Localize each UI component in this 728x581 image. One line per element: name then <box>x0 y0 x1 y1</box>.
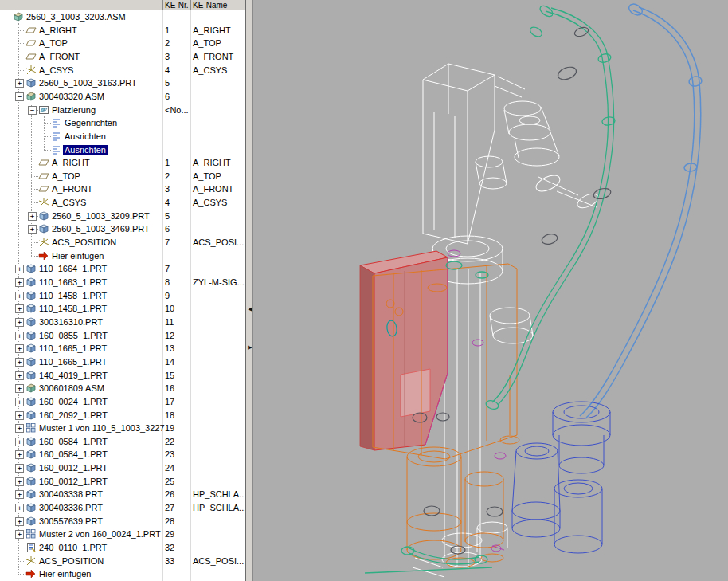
tree-item-label[interactable]: ACS_POSITION <box>37 556 105 566</box>
tree-row[interactable]: +300403338.PRT26HP_SCHLA... <box>0 488 245 501</box>
tree-item-label[interactable]: A_FRONT <box>37 52 81 61</box>
tree-row[interactable]: A_CSYS4A_CSYS <box>0 196 245 210</box>
expand-icon[interactable]: + <box>15 344 24 353</box>
tree-row[interactable]: A_TOP2A_TOP <box>0 170 245 183</box>
wireframe-blue-cylinders[interactable] <box>512 402 610 553</box>
tree-item-label[interactable]: 2560_5_1003_3163.PRT <box>37 78 139 88</box>
tree-item-label[interactable]: 300403338.PRT <box>37 489 104 499</box>
tree-row[interactable]: +110_1458_1.PRT9 <box>0 289 245 303</box>
tree-row[interactable]: +110_1664_1.PRT7 <box>0 262 245 276</box>
tree-row[interactable]: +Muster 1 von 110_5_1003_322719 <box>0 422 245 435</box>
tree-item-label[interactable]: A_FRONT <box>50 184 94 194</box>
tree-row[interactable]: ACS_POSITION7ACS_POSI... <box>0 236 245 249</box>
expand-icon[interactable]: + <box>15 504 24 512</box>
expand-icon[interactable]: + <box>15 358 24 367</box>
tree-item-label[interactable]: 300403336.PRT <box>37 503 104 512</box>
tree-row[interactable]: +Muster 2 von 160_0024_1.PRT29 <box>0 528 245 541</box>
tree-item-label[interactable]: ACS_POSITION <box>50 238 118 247</box>
tree-item-label[interactable]: 140_4019_1.PRT <box>37 371 109 380</box>
tree-row[interactable]: −300403320.ASM6 <box>0 90 245 104</box>
tree-item-label[interactable]: 300601809.ASM <box>37 383 106 393</box>
tree-item-label[interactable]: 300316310.PRT <box>37 317 104 327</box>
expand-icon[interactable]: + <box>15 304 24 313</box>
expand-icon[interactable]: + <box>15 490 24 499</box>
tree-item-label[interactable]: A_CSYS <box>50 198 88 207</box>
tree-row[interactable]: A_CSYS4A_CSYS <box>0 64 245 77</box>
tree-item-label[interactable]: 160_0012_1.PRT <box>37 477 109 486</box>
tree-row[interactable]: +300557639.PRT28 <box>0 515 245 528</box>
expand-icon[interactable]: + <box>15 371 24 380</box>
tree-item-label[interactable]: Hier einfügen <box>37 569 92 579</box>
expand-icon[interactable]: + <box>15 292 24 300</box>
expand-icon[interactable]: + <box>15 464 24 473</box>
tree-item-label[interactable]: 300557639.PRT <box>37 516 104 526</box>
tree-row[interactable]: +300316310.PRT11 <box>0 316 245 329</box>
tree-item-label[interactable]: 110_1458_1.PRT <box>37 304 108 313</box>
tree-row[interactable]: +160_0584_1.PRT23 <box>0 448 245 461</box>
expand-icon[interactable]: + <box>15 450 24 459</box>
magenta-details[interactable] <box>448 250 506 552</box>
tree-row[interactable]: Gegenrichten <box>0 116 245 130</box>
expand-icon[interactable]: + <box>28 225 37 234</box>
tree-item-label[interactable]: 2560_3_1003_3203.ASM <box>25 12 127 22</box>
expand-icon[interactable]: + <box>15 411 24 420</box>
tree-item-label[interactable]: 110_1663_1.PRT <box>37 277 108 287</box>
tree-item-label[interactable]: 2560_5_1003_3469.PRT <box>50 224 151 234</box>
tree-row[interactable]: +110_1458_1.PRT10 <box>0 302 245 316</box>
panel-splitter[interactable]: ◀ ▶ <box>247 0 253 581</box>
sash-expand-button[interactable]: ▶ <box>247 342 253 352</box>
tree-row[interactable]: A_RIGHT1A_RIGHT <box>0 24 245 37</box>
expand-icon[interactable]: + <box>15 398 24 406</box>
expand-icon[interactable]: + <box>15 530 24 539</box>
tree-item-label[interactable]: 160_2092_1.PRT <box>37 410 109 420</box>
tree-row[interactable]: Ausrichten <box>0 130 245 143</box>
column-header-ke-name[interactable]: KE-Name <box>193 1 227 10</box>
tree-row[interactable]: +160_0012_1.PRT24 <box>0 461 245 475</box>
tree-row[interactable]: ACS_POSITION33ACS_POSI... <box>0 555 245 568</box>
tree-item-label[interactable]: Muster 1 von 110_5_1003_3227 <box>37 423 166 433</box>
tree-row[interactable]: Hier einfügen <box>0 249 245 263</box>
tree-item-label[interactable]: A_RIGHT <box>50 158 92 167</box>
tree-row[interactable]: +110_1665_1.PRT14 <box>0 355 245 369</box>
expand-icon[interactable]: + <box>15 438 24 446</box>
viewport-canvas[interactable] <box>253 0 728 581</box>
collapse-icon[interactable]: − <box>15 92 24 101</box>
tree-item-label[interactable]: 2560_5_1003_3209.PRT <box>50 211 151 221</box>
tree-item-label[interactable]: A_RIGHT <box>37 26 79 35</box>
tree-item-label[interactable]: 160_0012_1.PRT <box>37 463 109 473</box>
expand-icon[interactable]: + <box>15 424 24 433</box>
tree-row[interactable]: +300403336.PRT27HP_SCHLA... <box>0 501 245 515</box>
tree-row[interactable]: +2560_5_1003_3469.PRT6 <box>0 222 245 236</box>
expand-icon[interactable]: + <box>15 278 24 287</box>
tree-row[interactable]: −Platzierung<No... <box>0 104 245 117</box>
expand-icon[interactable]: + <box>15 477 24 486</box>
expand-icon[interactable]: + <box>28 212 37 221</box>
tree-row[interactable]: +160_0855_1.PRT12 <box>0 329 245 343</box>
tree-item-label[interactable]: Ausrichten <box>63 132 108 141</box>
tree-item-label[interactable]: 160_0024_1.PRT <box>37 397 109 406</box>
hose-blue[interactable] <box>580 2 703 418</box>
tree-item-label[interactable]: 160_0584_1.PRT <box>37 437 109 446</box>
tree-item-label[interactable]: 240_0110_1.PRT <box>37 543 108 552</box>
sash-collapse-button[interactable]: ◀ <box>247 304 253 314</box>
tree-item-label[interactable]: Ausrichten <box>63 145 108 155</box>
tree-row[interactable]: +2560_5_1003_3209.PRT5 <box>0 210 245 223</box>
tree-item-label[interactable]: A_CSYS <box>37 65 75 75</box>
tree-item-label[interactable]: Platzierung <box>50 105 97 115</box>
tree-item-label[interactable]: Hier einfügen <box>50 251 105 261</box>
expand-icon[interactable]: + <box>15 517 24 526</box>
column-header-ke-nr[interactable]: KE-Nr. <box>165 1 188 10</box>
tree-row[interactable]: +160_0584_1.PRT22 <box>0 435 245 449</box>
tree-row[interactable]: +110_1665_1.PRT13 <box>0 342 245 355</box>
tree-item-label[interactable]: 110_1664_1.PRT <box>37 264 108 273</box>
tree-item-label[interactable]: 300403320.ASM <box>37 92 106 101</box>
tree-row[interactable]: +2560_5_1003_3163.PRT5 <box>0 77 245 90</box>
tree-row[interactable]: A_FRONT3A_FRONT <box>0 50 245 64</box>
tree-item-label[interactable]: Muster 2 von 160_0024_1.PRT <box>37 529 162 539</box>
tree-row[interactable]: A_TOP2A_TOP <box>0 37 245 50</box>
tree-row[interactable]: +140_4019_1.PRT15 <box>0 369 245 383</box>
expand-icon[interactable]: + <box>15 79 24 88</box>
expand-icon[interactable]: + <box>15 318 24 327</box>
tree-row[interactable]: +160_0024_1.PRT17 <box>0 395 245 409</box>
tree-item-label[interactable]: Gegenrichten <box>63 118 119 128</box>
